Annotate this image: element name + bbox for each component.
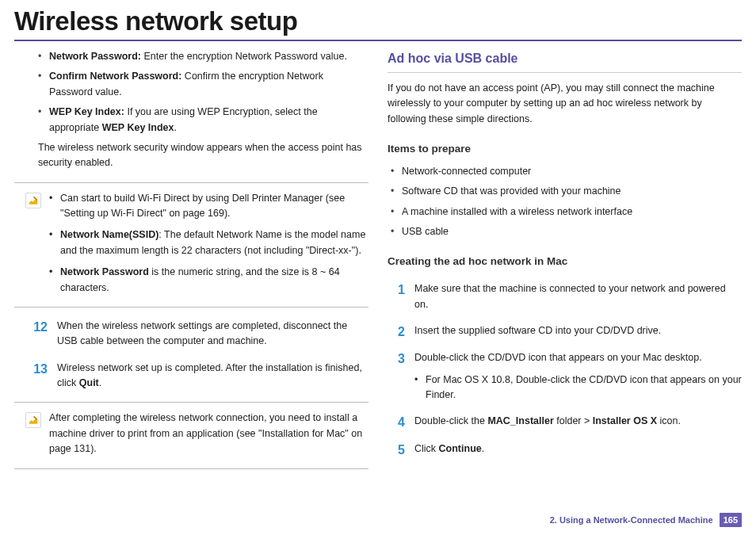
field-label: Network Password: (49, 51, 141, 62)
note-text-a: Can start to build Wi-Fi Direct by using (60, 193, 232, 204)
step-body: Double-click the CD/DVD icon that appear… (414, 350, 742, 403)
note-block-driver: After completing the wireless network co… (14, 411, 368, 457)
step-text-a: Wireless network set up is completed. Af… (57, 362, 362, 388)
step-number: 2 (388, 323, 405, 339)
step-text-b: icon. (657, 415, 681, 426)
step-text-mid: folder > (554, 415, 593, 426)
step-number: 12 (30, 319, 48, 350)
divider (14, 307, 368, 308)
divider (14, 468, 368, 469)
left-column: Network Password: Enter the encryption N… (14, 49, 368, 477)
field-text: Enter the encryption Network Password va… (141, 51, 347, 62)
chapter-label: 2. Using a Network-Connected Machine (550, 515, 713, 525)
step-body: Insert the supplied software CD into you… (414, 323, 742, 339)
numbered-step: 2 Insert the supplied software CD into y… (388, 323, 742, 339)
subsection-heading-items: Items to prepare (388, 141, 742, 158)
step-text-a: Double-click the (414, 415, 487, 426)
step-text-b: . (482, 443, 484, 454)
step-number: 5 (388, 441, 405, 457)
step-sub-bullet: For Mac OS X 10.8, Double-click the CD/D… (414, 373, 742, 403)
note-icon (25, 412, 41, 428)
step-body: Wireless network set up is completed. Af… (57, 361, 368, 392)
note-item: Network Name(SSID): The default Network … (49, 227, 368, 258)
section-heading-adhoc: Ad hoc via USB cable (388, 49, 742, 73)
step-body: Make sure that the machine is connected … (414, 281, 742, 312)
page-title: Wireless network setup (14, 6, 742, 36)
note-label: Network Password (60, 266, 149, 277)
divider (14, 182, 368, 183)
field-definitions-list: Network Password: Enter the encryption N… (14, 49, 368, 136)
page-header: Wireless network setup (0, 0, 756, 38)
subsection-heading-create: Creating the ad hoc network in Mac (388, 254, 742, 270)
step-text-b: . (99, 377, 101, 388)
list-item: Network Password: Enter the encryption N… (38, 49, 368, 64)
list-item: WEP Key Index: If you are using WEP Encr… (38, 105, 368, 136)
note-item: Network Password is the numeric string, … (49, 265, 368, 296)
list-item: USB cable (391, 224, 742, 239)
note-link-text: Dell Printer Manager (232, 193, 323, 204)
field-tail: . (174, 122, 177, 133)
step-text-bold: Continue (439, 443, 482, 454)
content-columns: Network Password: Enter the encryption N… (0, 41, 756, 477)
step-number: 3 (388, 350, 405, 403)
step-text-bold: MAC_Installer (487, 415, 553, 426)
step-text-bold: Installer OS X (593, 415, 657, 426)
note-text: After completing the wireless network co… (49, 411, 368, 457)
step-body: Double-click the MAC_Installer folder > … (414, 414, 742, 430)
page-number: 165 (720, 513, 742, 527)
note-icon (25, 193, 41, 208)
list-item: Network-connected computer (391, 164, 742, 179)
step-number: 4 (388, 414, 405, 430)
intro-paragraph: If you do not have an access point (AP),… (388, 81, 742, 127)
numbered-step: 5 Click Continue. (388, 441, 742, 457)
step-text: Double-click the CD/DVD icon that appear… (414, 352, 702, 363)
note-label: Network Name(SSID) (60, 229, 158, 240)
field-label: Confirm Network Password: (49, 71, 181, 82)
step-text-bold: Quit (79, 377, 99, 388)
security-paragraph: The wireless network security window app… (14, 140, 368, 171)
list-item: Software CD that was provided with your … (391, 184, 742, 199)
numbered-step: 1 Make sure that the machine is connecte… (388, 281, 742, 312)
page-footer: 2. Using a Network-Connected Machine 165 (550, 513, 742, 527)
numbered-step: 13 Wireless network set up is completed.… (14, 361, 368, 392)
list-item: Confirm Network Password: Confirm the en… (38, 69, 368, 100)
step-number: 13 (30, 361, 48, 392)
items-list: Network-connected computer Software CD t… (388, 164, 742, 240)
step-body: Click Continue. (414, 441, 742, 457)
field-label-2: WEP Key Index (102, 122, 174, 133)
numbered-step: 4 Double-click the MAC_Installer folder … (388, 414, 742, 430)
numbered-step: 3 Double-click the CD/DVD icon that appe… (388, 350, 742, 403)
note-block-wifi-direct: Can start to build Wi-Fi Direct by using… (14, 191, 368, 296)
step-body: When the wireless network settings are c… (57, 319, 368, 350)
note-item: Can start to build Wi-Fi Direct by using… (49, 191, 368, 222)
field-label: WEP Key Index: (49, 106, 124, 117)
step-text-a: Click (414, 443, 439, 454)
step-number: 1 (388, 281, 405, 312)
list-item: A machine installed with a wireless netw… (391, 204, 742, 220)
numbered-step: 12 When the wireless network settings ar… (14, 319, 368, 350)
right-column: Ad hoc via USB cable If you do not have … (388, 49, 742, 477)
divider (14, 402, 368, 403)
